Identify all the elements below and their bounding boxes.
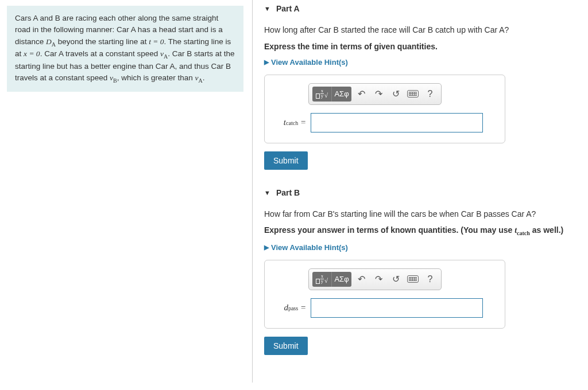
greek-button[interactable]: ΑΣφ [332, 87, 351, 102]
keyboard-icon[interactable] [405, 272, 420, 287]
part-b-submit-button[interactable]: Submit [264, 337, 308, 355]
part-b-answer-input[interactable] [311, 298, 483, 318]
redo-icon[interactable]: ↷ [371, 87, 386, 102]
part-b-var-label: dpass = [274, 303, 306, 313]
caret-down-icon: ▼ [264, 189, 270, 196]
undo-icon[interactable]: ↶ [354, 272, 369, 287]
part-a-header[interactable]: ▼ Part A [264, 2, 582, 19]
var-DA: DA [46, 37, 56, 46]
part-b-header[interactable]: ▼ Part B [264, 186, 582, 203]
part-b-instruction: Express your answer in terms of known qu… [264, 225, 582, 236]
triangle-right-icon: ▶ [264, 58, 269, 66]
part-a-instruction: Express the time in terms of given quant… [264, 42, 582, 51]
part-b-question: How far from Car B's starting line will … [264, 209, 582, 220]
hints-label: View Available Hint(s) [271, 243, 348, 252]
part-a: ▼ Part A How long after Car B started th… [264, 2, 582, 170]
var-x0: x = 0 [24, 49, 40, 58]
math-template-group: xy√ ΑΣφ [312, 87, 351, 102]
help-icon[interactable]: ? [423, 87, 438, 102]
keyboard-icon[interactable] [405, 87, 420, 102]
redo-icon[interactable]: ↷ [371, 272, 386, 287]
part-b-title: Part B [276, 188, 300, 197]
var-t0: t = 0 [149, 37, 164, 46]
reset-icon[interactable]: ↺ [388, 87, 403, 102]
left-column: Cars A and B are racing each other along… [0, 0, 253, 383]
part-b-hints-toggle[interactable]: ▶ View Available Hint(s) [264, 243, 582, 252]
caret-down-icon: ▼ [264, 5, 270, 12]
reset-icon[interactable]: ↺ [388, 272, 403, 287]
var-vA2: vA [195, 73, 203, 82]
problem-statement: Cars A and B are racing each other along… [7, 6, 243, 92]
part-b: ▼ Part B How far from Car B's starting l… [264, 186, 582, 355]
equation-toolbar: xy√ ΑΣφ ↶ ↷ ↺ ? [308, 268, 442, 290]
hints-label: View Available Hint(s) [271, 58, 348, 67]
equation-toolbar: xy√ ΑΣφ ↶ ↷ ↺ ? [308, 83, 442, 105]
templates-button[interactable]: xy√ [312, 272, 332, 287]
var-vA: vA [160, 49, 168, 58]
undo-icon[interactable]: ↶ [354, 87, 369, 102]
math-template-group: xy√ ΑΣφ [312, 272, 351, 287]
part-a-submit-button[interactable]: Submit [264, 151, 308, 170]
part-a-var-label: tcatch = [274, 118, 306, 127]
greek-button[interactable]: ΑΣφ [332, 272, 351, 287]
problem-text-6: , which is greater than [117, 73, 195, 82]
help-icon[interactable]: ? [423, 272, 438, 287]
part-a-title: Part A [276, 4, 300, 13]
part-a-answer-input[interactable] [311, 113, 483, 132]
part-a-hints-toggle[interactable]: ▶ View Available Hint(s) [264, 58, 582, 67]
part-a-question: How long after Car B started the race wi… [264, 25, 582, 36]
triangle-right-icon: ▶ [264, 244, 269, 251]
part-a-answer-box: xy√ ΑΣφ ↶ ↷ ↺ ? tcatch = [264, 75, 505, 143]
templates-button[interactable]: xy√ [312, 87, 332, 102]
problem-text-4: . Car A travels at a constant speed [40, 49, 160, 58]
problem-text-2: beyond the starting line at [56, 37, 149, 46]
problem-text-7: . [203, 73, 205, 82]
right-column: ▼ Part A How long after Car B started th… [253, 0, 588, 383]
var-vB: vB [110, 73, 117, 82]
part-b-answer-box: xy√ ΑΣφ ↶ ↷ ↺ ? dpass = [264, 260, 505, 329]
